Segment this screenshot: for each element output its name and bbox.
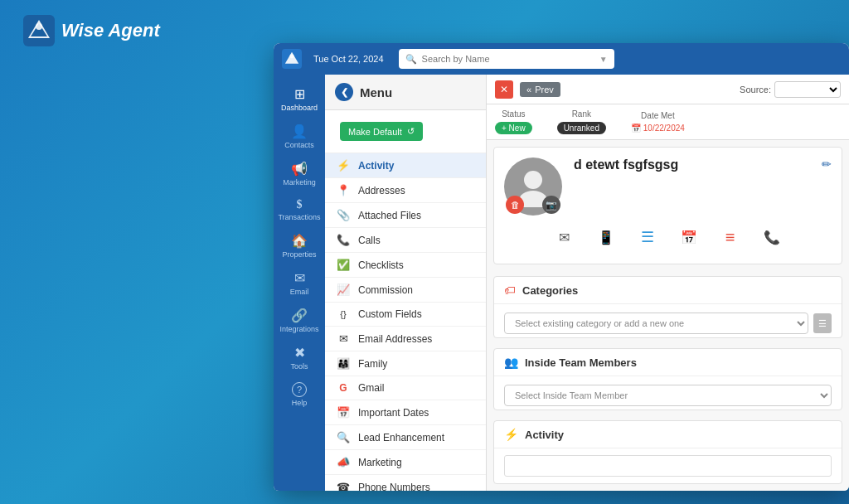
prev-label: Prev <box>535 85 554 94</box>
mobile-action-button[interactable]: 📱 <box>593 224 619 250</box>
logo-area: Wise Agent <box>23 15 160 46</box>
topbar-date: Tue Oct 22, 2024 <box>313 54 384 64</box>
svg-point-7 <box>524 171 542 189</box>
menu-item-phone-numbers[interactable]: ☎ Phone Numbers <box>325 475 486 491</box>
app-frame: Tue Oct 22, 2024 🔍 ▼ ⊞ Dashboard 👤 Conta… <box>274 43 849 491</box>
contact-card: 🗑 📷 d etewt fsgfsgsg ✏ ✉ <box>493 147 842 264</box>
dashboard-icon: ⊞ <box>294 86 305 102</box>
sidebar-item-tools[interactable]: ✖ Tools <box>274 340 325 376</box>
menu-item-lead-enhancement[interactable]: 🔍 Lead Enhancement <box>325 425 486 450</box>
properties-icon: 🏠 <box>291 233 308 249</box>
sidebar-item-label-email: Email <box>290 288 309 296</box>
menu-item-custom-fields[interactable]: {} Custom Fields <box>325 303 486 327</box>
marketing-icon: 📢 <box>291 161 308 177</box>
contacts-icon: 👤 <box>291 124 308 139</box>
inside-team-select[interactable]: Select Inside Team Member <box>504 385 832 406</box>
rank-badge: Unranked <box>557 122 606 134</box>
sidebar-item-help[interactable]: ? Help <box>274 377 325 412</box>
status-badge: + New <box>495 122 532 134</box>
date-met-text: 10/22/2024 <box>643 124 685 133</box>
inside-team-title: Inside Team Members <box>525 356 637 369</box>
menu-panel: ❮ Menu Make Default ↺ ⚡ Activity 📍 Addre… <box>325 75 487 491</box>
call-action-button[interactable]: 📞 <box>759 224 785 250</box>
menu-title: Menu <box>360 85 392 99</box>
search-bar[interactable]: 🔍 ▼ <box>399 49 614 69</box>
menu-item-label-addresses: Addresses <box>358 185 405 196</box>
menu-item-label-important-dates: Important Dates <box>358 407 429 419</box>
addresses-menu-icon: 📍 <box>337 184 350 196</box>
menu-item-label-activity: Activity <box>358 160 394 172</box>
menu-item-label-attached-files: Attached Files <box>358 210 421 221</box>
detail-toolbar: ✕ « Prev Source: <box>487 75 849 104</box>
menu-item-calls[interactable]: 📞 Calls <box>325 228 486 253</box>
categories-action-icon: ☰ <box>818 318 827 329</box>
source-select[interactable] <box>774 81 841 98</box>
menu-item-label-gmail: Gmail <box>358 382 384 394</box>
list-action-button[interactable]: ≡ <box>717 224 744 250</box>
delete-icon: 🗑 <box>511 200 520 210</box>
sidebar-item-marketing[interactable]: 📢 Marketing <box>274 156 325 191</box>
status-bar: Status + New Rank Unranked Date Met 📅 10… <box>487 104 849 140</box>
edit-contact-button[interactable]: ✏ <box>822 158 832 171</box>
sidebar-item-label-tools: Tools <box>290 362 308 371</box>
make-default-button[interactable]: Make Default ↺ <box>340 122 423 141</box>
menu-item-label-calls: Calls <box>358 235 381 246</box>
sidebar-item-dashboard[interactable]: ⊞ Dashboard <box>274 81 325 117</box>
email-action-button[interactable]: ✉ <box>551 224 578 250</box>
upload-avatar-button[interactable]: 📷 <box>542 196 560 214</box>
prev-button[interactable]: « Prev <box>520 82 560 97</box>
activity-pulse-icon: ⚡ <box>504 428 518 441</box>
menu-item-activity[interactable]: ⚡ Activity <box>325 153 486 178</box>
source-field: Source: <box>740 81 841 98</box>
commission-menu-icon: 📈 <box>337 284 350 296</box>
sidebar-item-integrations[interactable]: 🔗 Integrations <box>274 303 325 338</box>
categories-select[interactable]: Select existing category or add a new on… <box>504 313 808 334</box>
menu-item-checklists[interactable]: ✅ Checklists <box>325 253 486 278</box>
menu-item-label-marketing-sub: Marketing <box>358 457 402 468</box>
menu-item-marketing-sub[interactable]: 📣 Marketing <box>325 450 486 475</box>
menu-item-addresses[interactable]: 📍 Addresses <box>325 178 486 203</box>
marketing-sub-menu-icon: 📣 <box>337 456 350 468</box>
menu-item-commission[interactable]: 📈 Commission <box>325 278 486 303</box>
sidebar-item-transactions[interactable]: $ Transactions <box>274 193 325 226</box>
svg-point-6 <box>289 54 294 58</box>
menu-item-family[interactable]: 👨‍👩‍👧 Family <box>325 351 486 376</box>
sidebar-item-contacts[interactable]: 👤 Contacts <box>274 119 325 154</box>
tasks-action-button[interactable]: ☰ <box>634 224 661 250</box>
custom-fields-menu-icon: {} <box>337 309 350 319</box>
sidebar-item-email[interactable]: ✉ Email <box>274 265 325 301</box>
categories-action-button[interactable]: ☰ <box>813 313 832 333</box>
activity-input[interactable] <box>504 455 832 477</box>
wise-agent-logo-icon <box>23 15 55 46</box>
status-group: Status + New <box>495 109 532 134</box>
search-icon: 🔍 <box>405 54 417 65</box>
categories-section: 🏷 Categories Select existing category or… <box>493 276 842 338</box>
sidebar-item-properties[interactable]: 🏠 Properties <box>274 228 325 264</box>
search-dropdown-arrow[interactable]: ▼ <box>599 55 608 64</box>
sidebar-item-label-dashboard: Dashboard <box>281 104 318 112</box>
email-action-icon: ✉ <box>559 230 570 245</box>
transactions-icon: $ <box>297 198 303 211</box>
menu-back-button[interactable]: ❮ <box>335 83 353 101</box>
menu-item-important-dates[interactable]: 📅 Important Dates <box>325 400 486 425</box>
date-met-label: Date Met <box>641 111 675 120</box>
delete-avatar-button[interactable]: 🗑 <box>506 196 524 214</box>
menu-item-attached-files[interactable]: 📎 Attached Files <box>325 203 486 228</box>
sidebar-item-label-integrations: Integrations <box>279 325 318 333</box>
email-icon: ✉ <box>294 270 305 286</box>
family-menu-icon: 👨‍👩‍👧 <box>337 357 350 370</box>
close-icon: ✕ <box>500 84 508 95</box>
avatar-wrap: 🗑 📷 <box>504 158 562 216</box>
categories-body: Select existing category or add a new on… <box>494 304 842 338</box>
sidebar-item-label-transactions: Transactions <box>278 213 320 221</box>
menu-item-gmail[interactable]: G Gmail <box>325 376 486 400</box>
menu-item-email-addresses[interactable]: ✉ Email Addresses <box>325 327 486 351</box>
help-icon: ? <box>292 382 307 397</box>
inside-team-section: 👥 Inside Team Members Select Inside Team… <box>493 348 842 410</box>
mobile-action-icon: 📱 <box>598 230 614 245</box>
calendar-action-button[interactable]: 📅 <box>676 224 702 250</box>
close-button[interactable]: ✕ <box>495 80 513 99</box>
menu-header: ❮ Menu <box>325 75 486 110</box>
checklists-menu-icon: ✅ <box>337 259 350 271</box>
search-input[interactable] <box>422 54 594 64</box>
